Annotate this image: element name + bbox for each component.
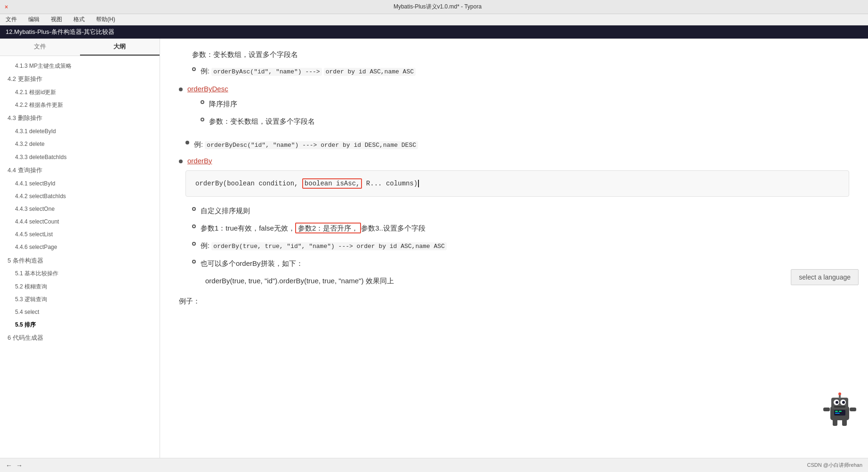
orderby-sub-4: 也可以多个orderBy拼装，如下： [192,257,849,270]
chain-example-block: orderBy(true, true, "id").orderBy(true, … [205,274,849,287]
order-by-content: orderBy [187,157,212,165]
chain-example-text: orderBy(true, true, "id").orderBy(true, … [205,277,394,285]
orderby-sub-2: 参数1：true有效，false无效，参数2：是否升序，参数3..设置多个字段 [192,222,849,234]
tab-file[interactable]: 文件 [0,39,80,56]
sidebar-item-433[interactable]: 4.3.3 deleteBatchIds [0,151,160,164]
example-label-block: 例子： [179,295,849,307]
sidebar-item-42[interactable]: 4.2 更新操作 [0,72,160,86]
order-by-code-pre: orderBy(boolean condition, [195,180,302,187]
sidebar-item-52[interactable]: 5.2 模糊查询 [0,280,160,293]
orderby-text-1: 自定义排序规则 [201,204,250,217]
desc-sub-1: 降序排序 [201,97,315,110]
svg-rect-11 [833,419,837,426]
breadcrumb: 12.Mybatis-Plus-条件构造器-其它比较器 [0,25,868,39]
menu-file[interactable]: 文件 [4,15,19,24]
circle-bullet-ob4 [192,260,196,264]
svg-point-8 [838,392,841,395]
order-by-desc-example-block: 例: orderByDesc("id", "name") ---> order … [185,138,849,151]
svg-rect-15 [839,411,842,412]
sidebar: 文件 大纲 4.1.3 MP主键生成策略 4.2 更新操作 4.2.1 根据id… [0,39,160,458]
order-by-code-post: R... columns) [362,180,418,187]
order-by-code-block: orderBy(boolean condition, boolean isAsc… [185,170,849,197]
order-by-desc-subs: 降序排序 参数：变长数组，设置多个字段名 [201,97,315,128]
circle-bullet-ob2 [192,224,196,228]
sidebar-item-446[interactable]: 4.4.6 selectPage [0,241,160,254]
sidebar-item-54[interactable]: 5.4 select [0,306,160,319]
sidebar-item-43[interactable]: 4.3 删除操作 [0,112,160,125]
sidebar-item-421[interactable]: 4.2.1 根据id更新 [0,86,160,99]
menu-view[interactable]: 视图 [49,15,64,24]
menu-edit[interactable]: 编辑 [26,15,41,24]
sidebar-item-55[interactable]: 5.5 排序 [0,319,160,331]
param2-highlight: 参数2：是否升序， [295,223,361,233]
orderby-text-4: 也可以多个orderBy拼装，如下： [201,257,303,270]
order-by-asc-result: order by id ASC,name ASC [324,68,416,76]
circle-bullet-ob3 [192,242,196,246]
menu-help[interactable]: 帮助(H) [94,15,117,24]
bullet-dot-desc-ex [185,141,189,144]
sidebar-item-422[interactable]: 4.2.2 根据条件更新 [0,99,160,112]
orderby-text-2: 参数1：true有效，false无效，参数2：是否升序，参数3..设置多个字段 [201,222,426,234]
nav-right-button[interactable]: → [16,462,23,469]
top-params-text: 参数：变长数组，设置多个字段名 [192,50,298,58]
orderby-sub-3: 例: orderBy(true, true, "id", "name") ---… [192,239,849,252]
sidebar-item-444[interactable]: 4.4.4 selectCount [0,216,160,228]
sidebar-item-445[interactable]: 4.4.5 selectList [0,228,160,241]
close-button[interactable]: × [5,4,8,10]
sidebar-item-432[interactable]: 4.3.2 delete [0,138,160,151]
order-by-asc-example: 例: orderByAsc("id", "name") ---> order b… [192,64,849,77]
circle-bullet-1 [201,100,204,104]
bullet-dot-desc [179,88,183,91]
sidebar-item-431[interactable]: 4.3.1 deleteById [0,125,160,138]
sidebar-item-6[interactable]: 6 代码生成器 [0,331,160,345]
desc-sub-2: 参数：变长数组，设置多个字段名 [201,115,315,128]
order-by-desc-link[interactable]: orderByDesc [187,85,228,93]
circle-bullet [192,67,196,71]
svg-point-4 [836,401,838,404]
order-by-asc-example-block: 例: orderByAsc("id", "name") ---> order b… [192,64,849,77]
order-by-code-highlight: boolean isAsc, [302,178,362,189]
sidebar-item-413[interactable]: 4.1.3 MP主键生成策略 [0,60,160,72]
top-partial: 参数：变长数组，设置多个字段名 [192,48,849,61]
tab-outline[interactable]: 大纲 [80,39,160,56]
sidebar-item-443[interactable]: 4.4.3 selectOne [0,203,160,216]
sidebar-item-53[interactable]: 5.3 逻辑查询 [0,293,160,306]
sidebar-item-44[interactable]: 4.4 查询操作 [0,164,160,177]
order-by-desc-section: orderByDesc 降序排序 参数：变长数组，设置多个字段名 [179,85,849,132]
sidebar-nav: 4.1.3 MP主键生成策略 4.2 更新操作 4.2.1 根据id更新 4.2… [0,56,160,349]
sidebar-item-442[interactable]: 4.4.2 selectBatchIds [0,190,160,203]
svg-rect-14 [835,411,838,412]
order-by-asc-code: orderByAsc("id", "name") ---> [211,68,321,76]
orderby-sub-1: 自定义排序规则 [192,204,849,217]
nav-left-button[interactable]: ← [6,462,12,469]
circle-bullet-ob1 [192,207,196,211]
sidebar-item-441[interactable]: 4.4.1 selectById [0,177,160,190]
robot-svg [821,392,859,430]
sidebar-tabs: 文件 大纲 [0,39,160,56]
orderby-text-3: 例: orderBy(true, true, "id", "name") ---… [201,239,447,252]
order-by-desc-example-code: orderByDesc("id", "name") ---> order by … [205,141,418,149]
order-by-desc-content: orderByDesc 降序排序 参数：变长数组，设置多个字段名 [187,85,315,132]
svg-rect-16 [835,413,840,414]
order-by-link[interactable]: orderBy [187,157,212,165]
sidebar-item-51[interactable]: 5.1 基本比较操作 [0,267,160,280]
order-by-subs: 自定义排序规则 参数1：true有效，false无效，参数2：是否升序，参数3.… [192,204,849,269]
circle-bullet-2 [201,118,204,121]
title-bar: × Mybatis-Plus讲义v1.0.md* - Typora [0,0,868,14]
select-language-tooltip[interactable]: select a language [791,269,859,285]
sidebar-item-5[interactable]: 5 条件构造器 [0,254,160,268]
bullet-dot-orderby [179,160,183,163]
desc-text-1: 降序排序 [209,97,237,110]
breadcrumb-text: 12.Mybatis-Plus-条件构造器-其它比较器 [6,28,114,36]
svg-rect-9 [823,408,830,411]
bottom-nav: ← → [6,462,23,469]
example-label: 例子： [179,297,200,305]
content-area[interactable]: 参数：变长数组，设置多个字段名 例: orderByAsc("id", "nam… [160,39,868,458]
select-language-text: select a language [799,273,851,281]
menu-format[interactable]: 格式 [72,15,87,24]
main-layout: 文件 大纲 4.1.3 MP主键生成策略 4.2 更新操作 4.2.1 根据id… [0,39,868,458]
svg-rect-12 [842,419,847,426]
svg-rect-10 [850,408,856,411]
desc-text-2: 参数：变长数组，设置多个字段名 [209,115,315,128]
text-cursor [418,180,419,187]
